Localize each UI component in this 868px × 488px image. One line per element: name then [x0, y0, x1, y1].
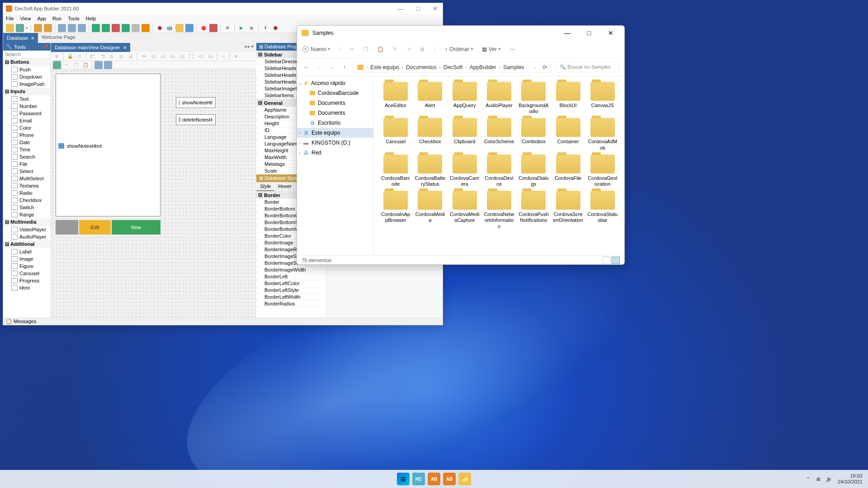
folder-item[interactable]: ColorScheme — [483, 116, 515, 152]
pause-icon[interactable]: ◉ — [247, 24, 255, 32]
folder-item[interactable]: CordovaBatteryStatus — [414, 153, 446, 189]
share-icon[interactable]: ↗ — [406, 46, 411, 52]
sidebar-item[interactable]: Documents — [297, 108, 373, 118]
tool-icon-6[interactable] — [185, 24, 193, 32]
tab-database[interactable]: Database ✕ — [3, 33, 38, 43]
minimize-button[interactable]: — — [558, 27, 576, 39]
folder-item[interactable]: CordovaDialogs — [517, 153, 550, 189]
tool-icon[interactable] — [53, 61, 61, 69]
tool-item[interactable]: Color — [3, 124, 51, 131]
folder-item[interactable]: CordovaBarcode — [379, 153, 412, 189]
cut-icon[interactable]: ✂ — [62, 61, 71, 69]
folder-item[interactable]: Container — [552, 116, 584, 152]
folder-item[interactable]: CordovaPushNotifications — [517, 189, 550, 231]
canvas-button-new[interactable]: New — [112, 220, 160, 235]
tray-chevron-icon[interactable]: ⌃ — [806, 476, 810, 482]
breadcrumb-item[interactable]: Este equipo — [370, 64, 399, 70]
tool-item[interactable]: MultiSelect — [3, 175, 51, 182]
folder-icon-2[interactable] — [44, 24, 52, 32]
tool-item[interactable]: Email — [3, 117, 51, 124]
delete-icon[interactable]: 🗑 — [420, 46, 425, 52]
tool-icon[interactable]: ▭ — [206, 52, 214, 61]
cut-icon[interactable]: ✂ — [140, 52, 148, 61]
tools-search-input[interactable] — [3, 51, 51, 58]
tool-icon-2[interactable] — [68, 24, 76, 32]
canvas-button-blank[interactable] — [56, 220, 78, 235]
align-top-icon[interactable]: ⫏ — [117, 52, 125, 61]
menu-tools[interactable]: Tools — [68, 16, 80, 21]
folder-item[interactable]: CordovaScreenOrientation — [552, 189, 584, 231]
tool-item[interactable]: Carousel — [3, 270, 51, 277]
tab-welcome[interactable]: Welcome Page — [38, 33, 79, 43]
tool-item[interactable]: Figure — [3, 263, 51, 270]
tool-icon[interactable]: □ — [75, 52, 84, 61]
explorer-titlebar[interactable]: Samples — □ ✕ — [297, 26, 624, 40]
folder-item[interactable]: BackgroundAudio — [517, 80, 550, 116]
up-button[interactable]: ↑ — [340, 64, 349, 70]
property-item[interactable]: BorderLeftWidth — [256, 294, 325, 300]
breadcrumb-item[interactable]: DecSoft — [443, 64, 463, 70]
style-tab-style[interactable]: Style — [256, 182, 274, 191]
tool-item[interactable]: Text — [3, 95, 51, 103]
taskbar-app-1[interactable]: HC — [412, 473, 425, 485]
sidebar-this-pc[interactable]: ›🖥Este equipo — [297, 128, 373, 138]
canvas-element-2[interactable]: deleteNotesH — [176, 114, 216, 125]
add-icon-2[interactable] — [102, 24, 110, 32]
tool-item[interactable]: Progress — [3, 277, 51, 284]
folder-item[interactable]: CordovaAdMob — [586, 116, 619, 152]
play-icon[interactable]: ▶ — [237, 24, 245, 32]
menu-view[interactable]: View — [20, 16, 31, 21]
add-icon[interactable] — [92, 24, 100, 32]
tool-item[interactable]: File — [3, 160, 51, 168]
sidebar-item[interactable]: Documents — [297, 98, 373, 108]
bug-icon[interactable]: 🐞 — [156, 24, 164, 32]
add-icon-3[interactable] — [122, 24, 130, 32]
sidebar-item[interactable]: 🖥Escritorio — [297, 118, 373, 128]
property-item[interactable]: BorderLeftColor — [256, 280, 325, 287]
align-right-icon[interactable]: ⫐ — [108, 52, 116, 61]
tool-item[interactable]: Push — [3, 66, 51, 73]
breadcrumb-item[interactable]: Documentos — [406, 64, 436, 70]
breadcrumb-item[interactable]: AppBuilder — [470, 64, 496, 70]
copy-icon[interactable]: ❐ — [72, 61, 80, 69]
tool-icon-8[interactable]: ⬍ — [261, 24, 269, 32]
folder-item[interactable]: CordovaCamera — [448, 153, 481, 189]
tool-item[interactable]: Number — [3, 103, 51, 110]
taskbar-explorer[interactable]: 📁 — [458, 473, 471, 485]
messages-bar[interactable]: 📋 Messages — [3, 318, 443, 325]
folder-icon-3[interactable] — [175, 24, 184, 32]
breadcrumb[interactable]: › Este equipo› Documentos› DecSoft› AppB… — [353, 62, 551, 73]
property-item[interactable]: BorderLeft — [256, 273, 325, 280]
breadcrumb-item[interactable]: Samples — [503, 64, 524, 70]
folder-item[interactable]: CordovaInAppBrowser — [379, 189, 412, 231]
folder-item[interactable]: Carousel — [379, 116, 412, 152]
settings-icon[interactable]: ✖ — [223, 24, 231, 32]
folder-item[interactable]: CordovaDevice — [483, 153, 515, 189]
folder-item[interactable]: Alert — [414, 80, 446, 116]
tool-item[interactable]: VideoPlayer — [3, 226, 51, 233]
style-tab-hover[interactable]: Hover — [274, 182, 295, 191]
tool-item[interactable]: Html — [3, 284, 51, 291]
app-builder-titlebar[interactable]: DecSoft App Builder 2021.60 — □ ✕ — [3, 3, 443, 14]
close-button[interactable]: ✕ — [602, 27, 620, 39]
stop-icon[interactable]: ⬤ — [199, 24, 208, 32]
sort-button[interactable]: ↕ Ordenar▾ — [445, 46, 473, 52]
close-tab-icon[interactable]: ✕ — [31, 36, 34, 41]
maximize-button[interactable]: □ — [415, 5, 422, 12]
maximize-button[interactable]: □ — [580, 27, 598, 39]
tool-item[interactable]: Search — [3, 153, 51, 160]
tool-item[interactable]: Label — [3, 248, 51, 255]
designer-tab[interactable]: Database mainView Designer ✕ — [51, 43, 130, 52]
sidebar-network[interactable]: ›🖧Red — [297, 148, 373, 158]
property-item[interactable]: BorderRadius — [256, 300, 325, 307]
tool-item[interactable]: Dropdown — [3, 73, 51, 80]
paste-icon[interactable]: 📋 — [81, 61, 90, 69]
tool-item[interactable]: Image — [3, 255, 51, 263]
tool-icon[interactable]: ▭ — [159, 52, 167, 61]
folder-icon[interactable] — [34, 24, 42, 32]
align-bottom-icon[interactable]: ⫑ — [127, 52, 135, 61]
canvas-button-edit[interactable]: Edit — [79, 220, 111, 235]
pin-icon[interactable]: 📌 — [43, 45, 48, 49]
sidebar-quick-access[interactable]: ⌄★Acceso rápido — [297, 78, 373, 88]
tool-item[interactable]: Phone — [3, 131, 51, 139]
